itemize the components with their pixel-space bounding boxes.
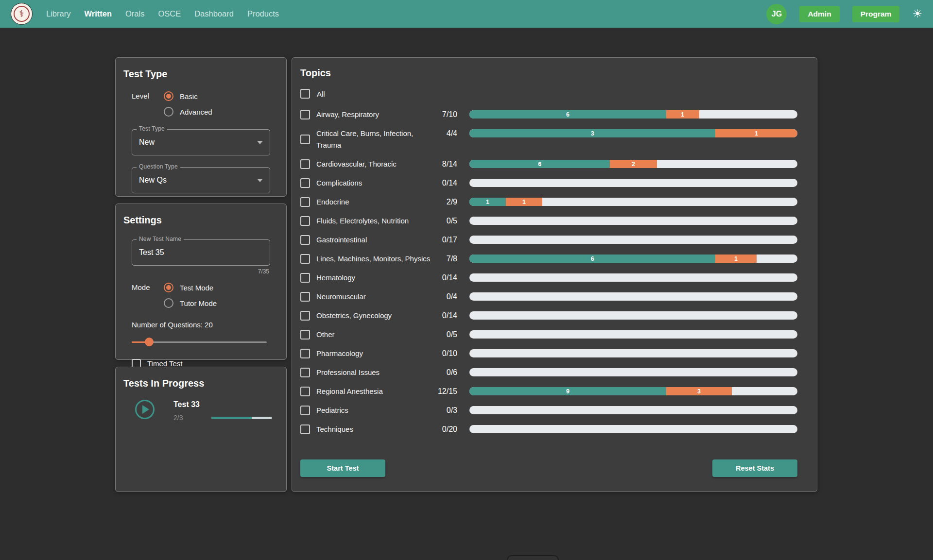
- topic-label: Gastrointestinal: [316, 234, 367, 246]
- topic-checkbox[interactable]: [300, 197, 310, 207]
- topic-checkbox[interactable]: [300, 368, 310, 377]
- bar-correct-segment: 6: [469, 255, 715, 263]
- nav-item[interactable]: Library: [46, 9, 70, 18]
- topic-progress-bar: [469, 217, 797, 225]
- topic-score: 0/5: [433, 215, 457, 227]
- topic-label: Airway, Respiratory: [316, 109, 379, 120]
- nav-item[interactable]: Products: [247, 9, 279, 18]
- topic-score: 4/4: [433, 128, 457, 139]
- bar-incorrect-segment: 1: [715, 255, 756, 263]
- topic-checkbox[interactable]: [300, 273, 310, 283]
- topic-check-label: Endocrine: [300, 196, 433, 208]
- bar-incorrect-segment: 1: [715, 129, 797, 137]
- topic-check-label: Gastrointestinal: [300, 234, 433, 246]
- nav-item-label: Orals: [125, 9, 144, 18]
- nav-item[interactable]: Dashboard: [194, 9, 234, 18]
- all-topics-label: All: [317, 90, 325, 98]
- topic-checkbox[interactable]: [300, 178, 310, 188]
- topic-progress-bar: [469, 368, 797, 376]
- topic-checkbox[interactable]: [300, 135, 310, 144]
- nav-item[interactable]: OSCE: [158, 9, 181, 18]
- topic-checkbox[interactable]: [300, 110, 310, 119]
- start-test-button[interactable]: Start Test: [300, 459, 385, 477]
- topic-check-label: Other: [300, 329, 433, 340]
- in-progress-test-item: Test 33 2/3: [135, 400, 286, 422]
- bar-incorrect-segment: 1: [506, 198, 542, 206]
- radio-icon: [164, 107, 173, 117]
- topic-checkbox[interactable]: [300, 406, 310, 415]
- topic-progress-bar: [469, 179, 797, 187]
- topic-check-label: Pharmacology: [300, 348, 433, 359]
- topic-label: Fluids, Electrolytes, Nutrition: [316, 215, 409, 227]
- tests-in-progress-title: Tests In Progress: [116, 367, 286, 389]
- topic-score: 0/3: [433, 405, 457, 416]
- radio-option[interactable]: Test Mode: [164, 282, 217, 293]
- topic-score: 0/17: [433, 234, 457, 246]
- topic-checkbox[interactable]: [300, 387, 310, 396]
- bottom-sheet-peek[interactable]: [507, 555, 559, 560]
- topic-row: Cardiovascular, Thoracic 8/14 6 2: [300, 154, 797, 173]
- radio-option[interactable]: Advanced: [164, 106, 212, 118]
- nav-item[interactable]: Orals: [125, 9, 144, 18]
- nav-item[interactable]: Written: [84, 9, 112, 18]
- topic-checkbox[interactable]: [300, 292, 310, 302]
- topic-checkbox[interactable]: [300, 330, 310, 339]
- topic-row: Complications 0/14: [300, 173, 797, 192]
- app-header: ⚕ LibraryWrittenOralsOSCEDashboardProduc…: [0, 0, 933, 28]
- topic-label: Hematology: [316, 272, 355, 284]
- topic-score: 2/9: [433, 196, 457, 208]
- resume-test-button[interactable]: [135, 400, 155, 419]
- topic-row: Regional Anesthesia 12/15 9 3: [300, 382, 797, 401]
- topic-checkbox[interactable]: [300, 235, 310, 245]
- topic-check-label: Cardiovascular, Thoracic: [300, 158, 433, 170]
- nav-item-label: OSCE: [158, 9, 181, 18]
- topic-progress-bar: 6 2: [469, 160, 797, 168]
- topic-score: 12/15: [433, 386, 457, 397]
- topic-score: 0/14: [433, 177, 457, 189]
- radio-icon: [164, 91, 173, 101]
- bar-incorrect-segment: 3: [666, 387, 732, 395]
- topic-check-label: Hematology: [300, 272, 433, 284]
- slider-thumb[interactable]: [145, 338, 154, 346]
- test-type-select[interactable]: Test Type New: [132, 129, 270, 155]
- topic-label: Regional Anesthesia: [316, 386, 383, 397]
- topic-checkbox[interactable]: [300, 254, 310, 264]
- topics-panel: Topics All Airway, Respiratory 7/10 6 1 …: [292, 57, 817, 492]
- all-topics-checkbox[interactable]: [300, 89, 310, 99]
- test-type-select-value: New: [139, 138, 257, 147]
- topic-checkbox[interactable]: [300, 424, 310, 434]
- topic-row: Lines, Machines, Monitors, Physics 7/8 6…: [300, 249, 797, 268]
- topic-progress-bar: [469, 273, 797, 282]
- admin-button[interactable]: Admin: [799, 6, 839, 22]
- topic-progress-bar: 6 1: [469, 255, 797, 263]
- topic-label: Cardiovascular, Thoracic: [316, 158, 397, 170]
- topics-list: Airway, Respiratory 7/10 6 1 Critical Ca…: [300, 105, 797, 439]
- question-type-select[interactable]: Question Type New Qs: [132, 167, 270, 193]
- topic-label: Pharmacology: [316, 348, 363, 359]
- topic-score: 0/14: [433, 310, 457, 322]
- topic-check-label: Neuromuscular: [300, 291, 433, 303]
- topic-check-label: Airway, Respiratory: [300, 109, 433, 120]
- user-avatar[interactable]: JG: [766, 4, 787, 24]
- question-type-select-value: New Qs: [139, 176, 257, 185]
- topic-check-label: Regional Anesthesia: [300, 386, 433, 397]
- nav-item-label: Products: [247, 9, 279, 18]
- bar-incorrect-segment: 1: [666, 110, 699, 119]
- program-button[interactable]: Program: [852, 6, 900, 22]
- topic-checkbox[interactable]: [300, 311, 310, 321]
- topic-checkbox[interactable]: [300, 349, 310, 358]
- topic-checkbox[interactable]: [300, 216, 310, 226]
- radio-icon: [164, 298, 173, 308]
- radio-option[interactable]: Basic: [164, 90, 212, 102]
- new-test-name-input[interactable]: [139, 248, 263, 257]
- num-questions-slider[interactable]: [132, 338, 267, 346]
- theme-toggle-sun-icon[interactable]: ☀: [912, 8, 922, 19]
- anesthesia-university-seal-logo[interactable]: ⚕: [11, 3, 33, 25]
- bar-correct-segment: 6: [469, 160, 610, 168]
- reset-stats-button[interactable]: Reset Stats: [712, 459, 797, 477]
- topic-row: Pediatrics 0/3: [300, 401, 797, 420]
- topic-row: Neuromuscular 0/4: [300, 287, 797, 306]
- topic-checkbox[interactable]: [300, 159, 310, 169]
- radio-option[interactable]: Tutor Mode: [164, 297, 217, 309]
- radio-option-label: Advanced: [180, 108, 212, 116]
